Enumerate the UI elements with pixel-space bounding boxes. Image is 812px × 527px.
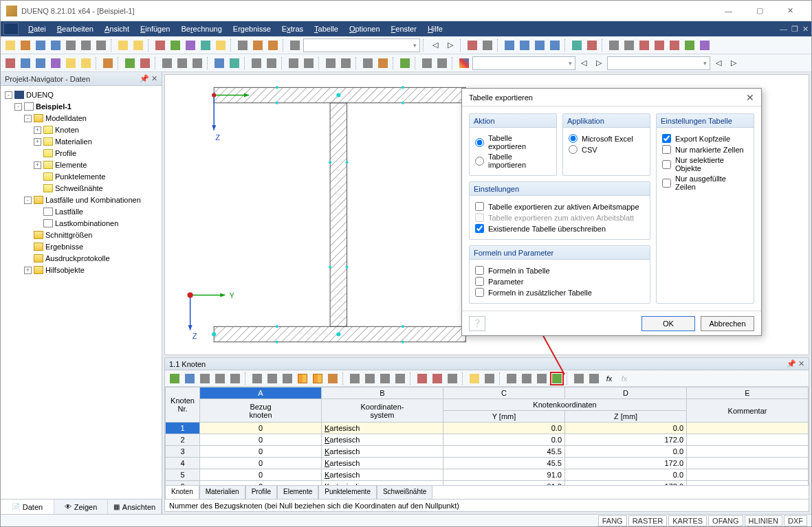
tt-h-icon[interactable] bbox=[281, 372, 294, 385]
draw-a-icon[interactable] bbox=[3, 56, 17, 70]
tree-root[interactable]: - DUENQ bbox=[5, 89, 157, 100]
menu-logo[interactable] bbox=[3, 23, 19, 35]
draw-d-icon[interactable] bbox=[49, 56, 63, 70]
tool-i-icon[interactable] bbox=[288, 38, 302, 52]
tt-j-icon[interactable] bbox=[348, 372, 362, 385]
table-tab[interactable]: Elemente bbox=[277, 485, 318, 499]
view-j-icon[interactable] bbox=[622, 38, 636, 52]
nav2-prev-icon[interactable]: ◁ bbox=[577, 56, 591, 70]
menu-ansicht[interactable]: Ansicht bbox=[99, 21, 135, 36]
report-icon[interactable] bbox=[94, 38, 108, 52]
cancel-button[interactable]: Abbrechen bbox=[701, 316, 754, 331]
tool-a-icon[interactable] bbox=[153, 38, 167, 52]
status-tab[interactable]: KARTES bbox=[668, 515, 707, 526]
menu-hilfe[interactable]: Hilfe bbox=[422, 21, 448, 36]
ed-j-icon[interactable] bbox=[420, 56, 434, 70]
checkbox-option[interactable]: Export Kopfzeile bbox=[662, 134, 748, 143]
table-tab[interactable]: Profile bbox=[245, 485, 277, 499]
tree-item[interactable]: +Elemente bbox=[5, 159, 157, 170]
tool-e-icon[interactable] bbox=[214, 38, 228, 52]
tt-d-icon[interactable] bbox=[213, 372, 227, 385]
tt-m-icon[interactable] bbox=[393, 372, 407, 385]
tt-i-icon[interactable] bbox=[326, 372, 340, 385]
nav-tab-ansichten[interactable]: ▦ Ansichten bbox=[108, 500, 162, 514]
sel-b-icon[interactable] bbox=[228, 56, 241, 70]
tree-item[interactable]: +Materialien bbox=[5, 136, 157, 147]
ed-b-icon[interactable] bbox=[265, 56, 278, 70]
menu-einfuegen[interactable]: Einfügen bbox=[135, 21, 175, 36]
tt-s-icon[interactable] bbox=[505, 372, 518, 385]
view-g-icon[interactable] bbox=[570, 38, 584, 52]
redo-icon[interactable] bbox=[131, 38, 145, 52]
tree-item[interactable]: Schweißnähte bbox=[5, 183, 157, 194]
tt-v-icon[interactable] bbox=[572, 372, 586, 385]
checkbox-option[interactable]: Nur selektierte Objekte bbox=[662, 156, 748, 172]
mdi-restore[interactable]: ❐ bbox=[791, 25, 798, 34]
view-e-icon[interactable] bbox=[533, 38, 547, 52]
menu-datei[interactable]: Datei bbox=[23, 21, 52, 36]
tree-item[interactable]: Punktelemente bbox=[5, 171, 157, 182]
tree-item[interactable]: Ausdruckprotokolle bbox=[5, 253, 157, 264]
checkbox-option[interactable]: Existierende Tabelle überschreiben bbox=[475, 224, 644, 233]
status-tab[interactable]: RASTER bbox=[628, 515, 668, 526]
ed-h-icon[interactable] bbox=[376, 56, 390, 70]
tt-w-icon[interactable] bbox=[587, 372, 601, 385]
checkbox-option[interactable]: Tabelle exportieren zur aktiven Arbeitsm… bbox=[475, 202, 644, 211]
save-icon[interactable] bbox=[34, 38, 47, 52]
checkbox-option[interactable]: Formeln in Tabelle bbox=[475, 266, 644, 275]
menu-optionen[interactable]: Optionen bbox=[344, 21, 386, 36]
radio-csv[interactable]: CSV bbox=[569, 145, 644, 154]
tt-t-icon[interactable] bbox=[520, 372, 534, 385]
draw-f-icon[interactable] bbox=[79, 56, 93, 70]
tool-c-icon[interactable] bbox=[184, 38, 197, 52]
view-m-icon[interactable] bbox=[668, 38, 681, 52]
zoom-a-icon[interactable] bbox=[160, 56, 174, 70]
print-icon[interactable] bbox=[64, 38, 78, 52]
table-row[interactable]: 10Kartesisch0.00.0 bbox=[166, 423, 809, 434]
minimize-button[interactable]: — bbox=[713, 1, 744, 21]
tt-next-icon[interactable] bbox=[311, 372, 325, 385]
tree-item[interactable]: Lastkombinationen bbox=[5, 218, 157, 229]
tool-b-icon[interactable] bbox=[168, 38, 182, 52]
draw-i-icon[interactable] bbox=[138, 56, 152, 70]
table-tab[interactable]: Knoten bbox=[165, 485, 199, 499]
tt-u-icon[interactable] bbox=[535, 372, 549, 385]
save-all-icon[interactable] bbox=[49, 38, 63, 52]
nav2-next-icon[interactable]: ▷ bbox=[592, 56, 606, 70]
view-b-icon[interactable] bbox=[481, 38, 494, 52]
view-l-icon[interactable] bbox=[652, 38, 666, 52]
ed-d-icon[interactable] bbox=[302, 56, 316, 70]
navigator-tree[interactable]: - DUENQ - Beispiel-1 -Modelldaten+Knoten… bbox=[1, 86, 162, 499]
checkbox-option[interactable]: Nur markierte Zellen bbox=[662, 145, 748, 154]
tree-item[interactable]: -Modelldaten bbox=[5, 113, 157, 124]
tt-g-icon[interactable] bbox=[265, 372, 279, 385]
ed-f-icon[interactable] bbox=[339, 56, 353, 70]
table-pin-icon[interactable]: 📌 ✕ bbox=[787, 359, 804, 368]
menu-bearbeiten[interactable]: Bearbeiten bbox=[52, 21, 99, 36]
tt-f-icon[interactable] bbox=[250, 372, 264, 385]
menu-berechnung[interactable]: Berechnung bbox=[175, 21, 227, 36]
menu-ergebnisse[interactable]: Ergebnisse bbox=[228, 21, 276, 36]
mdi-minimize[interactable]: — bbox=[780, 25, 787, 34]
ed-k-icon[interactable] bbox=[435, 56, 449, 70]
tt-p-icon[interactable] bbox=[446, 372, 459, 385]
view-h-icon[interactable] bbox=[585, 38, 599, 52]
nav3-prev-icon[interactable]: ◁ bbox=[712, 56, 725, 70]
tool-d-icon[interactable] bbox=[199, 38, 212, 52]
tt-e-icon[interactable] bbox=[228, 372, 242, 385]
view-k-icon[interactable] bbox=[637, 38, 651, 52]
tt-fx2-icon[interactable]: fx bbox=[617, 372, 631, 385]
open-icon[interactable] bbox=[19, 38, 32, 52]
nav-prev-icon[interactable]: ◁ bbox=[428, 38, 442, 52]
ed-e-icon[interactable] bbox=[324, 56, 338, 70]
combo-2[interactable] bbox=[472, 56, 575, 70]
sel-a-icon[interactable] bbox=[212, 56, 226, 70]
view-d-icon[interactable] bbox=[518, 38, 531, 52]
tree-item[interactable]: Lastfälle bbox=[5, 206, 157, 217]
checkbox-option[interactable]: Formeln in zusätzlicher Tabelle bbox=[475, 288, 644, 297]
help-icon[interactable]: ❔ bbox=[469, 316, 485, 331]
table-tab[interactable]: Schweißnähte bbox=[377, 485, 432, 499]
tool-h-icon[interactable] bbox=[266, 38, 280, 52]
table-row[interactable]: 30Kartesisch45.50.0 bbox=[166, 446, 809, 458]
draw-g-icon[interactable] bbox=[101, 56, 115, 70]
